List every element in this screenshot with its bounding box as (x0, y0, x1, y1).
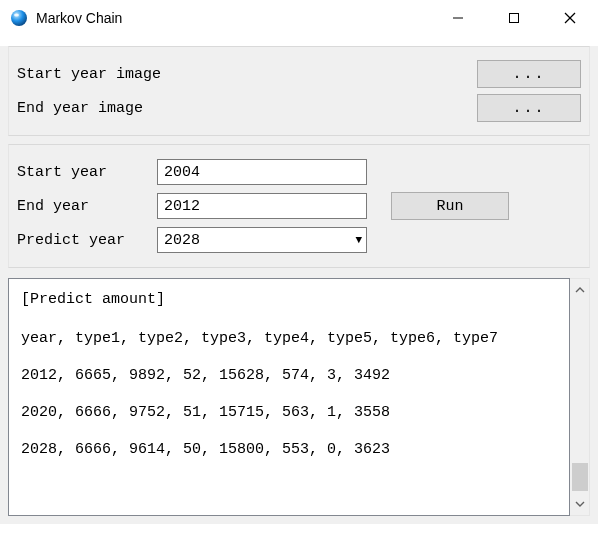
window-title: Markov Chain (36, 10, 430, 26)
svg-rect-3 (510, 14, 519, 23)
end-image-label: End year image (17, 100, 477, 117)
output-header: [Predict amount] (21, 289, 557, 310)
scroll-down-icon[interactable] (570, 493, 589, 515)
predict-year-row: Predict year 2028 ▼ (17, 225, 581, 255)
start-year-row: Start year (17, 157, 581, 187)
end-year-input[interactable] (157, 193, 367, 219)
body-area: Start year image ... End year image ... … (0, 46, 598, 524)
run-button[interactable]: Run (391, 192, 509, 220)
params-section: Start year End year Run Predict year 202… (8, 144, 590, 268)
output-textarea[interactable]: [Predict amount] year, type1, type2, typ… (8, 278, 570, 516)
predict-year-combo[interactable]: 2028 ▼ (157, 227, 367, 253)
scroll-up-icon[interactable] (570, 279, 589, 301)
start-image-label: Start year image (17, 66, 477, 83)
predict-year-value: 2028 (164, 232, 200, 249)
end-year-label: End year (17, 198, 157, 215)
chevron-down-icon: ▼ (355, 234, 362, 246)
app-window: Markov Chain Start year image ... End ye… (0, 0, 598, 524)
scroll-thumb[interactable] (572, 463, 588, 491)
start-year-input[interactable] (157, 159, 367, 185)
start-image-browse-button[interactable]: ... (477, 60, 581, 88)
scroll-track[interactable] (570, 301, 589, 493)
svg-point-1 (14, 13, 19, 16)
output-wrap: [Predict amount] year, type1, type2, typ… (8, 278, 590, 516)
predict-year-label: Predict year (17, 232, 157, 249)
window-controls (430, 0, 598, 36)
vertical-scrollbar[interactable] (570, 278, 590, 516)
svg-point-0 (11, 10, 27, 26)
output-columns: year, type1, type2, type3, type4, type5,… (21, 328, 557, 349)
app-icon (10, 9, 28, 27)
end-image-row: End year image ... (17, 93, 581, 123)
minimize-button[interactable] (430, 0, 486, 36)
start-year-label: Start year (17, 164, 157, 181)
file-section: Start year image ... End year image ... (8, 46, 590, 136)
output-row: 2012, 6665, 9892, 52, 15628, 574, 3, 349… (21, 365, 557, 386)
end-year-row: End year Run (17, 191, 581, 221)
close-button[interactable] (542, 0, 598, 36)
output-row: 2028, 6666, 9614, 50, 15800, 553, 0, 362… (21, 439, 557, 460)
start-image-row: Start year image ... (17, 59, 581, 89)
output-row: 2020, 6666, 9752, 51, 15715, 563, 1, 355… (21, 402, 557, 423)
end-image-browse-button[interactable]: ... (477, 94, 581, 122)
titlebar: Markov Chain (0, 0, 598, 36)
maximize-button[interactable] (486, 0, 542, 36)
